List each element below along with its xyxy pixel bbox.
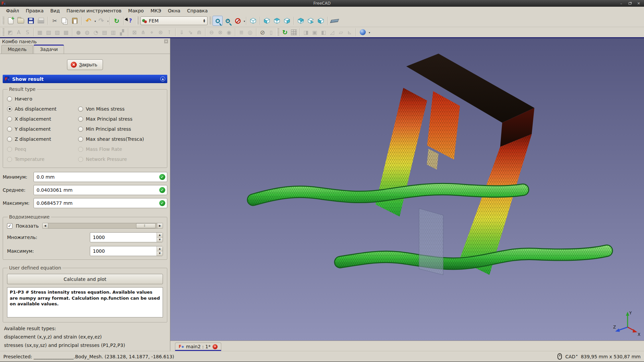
menu-file[interactable]: Файл [3,7,22,14]
displacement-max-spinbox[interactable]: ▲▼ [90,246,163,256]
print-button[interactable] [36,16,46,26]
menu-edit[interactable]: Правка [22,7,47,14]
slider-right-arrow-icon[interactable]: ▶ [157,223,163,228]
toolbar-drag-handle[interactable] [209,17,211,25]
equation-textarea[interactable]: P1-P3 # Stress intensity stress equation… [7,287,163,317]
undo-button[interactable]: ↶▾ [83,16,94,26]
minimum-field[interactable] [34,172,167,182]
document-tab[interactable]: F✱ main2 : 1* ✕ [175,343,221,351]
fem-post-clip-icon[interactable]: ◧ [319,27,328,37]
navigation-style-selector[interactable]: CAD▾ [565,354,577,359]
fem-shell-thickness-icon[interactable]: ▥ [109,27,118,37]
fem-control-solver-icon[interactable]: ◎ [246,27,254,37]
left-view-button[interactable] [316,16,326,26]
radio-max-shear[interactable]: Max shear stress(Tresca) [78,134,144,144]
fem-clip-region-icon[interactable]: ◔ [92,27,100,37]
refresh-results-icon[interactable]: ↻ [281,27,289,37]
restore-icon[interactable] [628,1,632,5]
fem-constraint-force-icon[interactable]: ⊺ [165,27,174,37]
fem-mesh-gmsh-icon[interactable]: ▧ [44,27,53,37]
slider-thumb[interactable] [136,223,156,228]
menu-view[interactable]: Вид [47,7,63,14]
paste-button[interactable] [70,16,80,26]
right-view-button[interactable] [282,16,292,26]
mesh-display-button[interactable] [289,28,298,37]
fem-post-flatten-icon[interactable]: ▱ [337,27,345,37]
cut-button[interactable]: ✂ [50,16,60,26]
3d-viewport[interactable]: Y X Z [170,38,644,341]
minimize-icon[interactable]: – [619,1,623,5]
radio-none[interactable]: Ничего [7,94,78,104]
fem-beam-section-icon[interactable]: ▤ [100,27,109,37]
task-header[interactable]: Fc Show result ▲ [3,75,167,83]
copy-button[interactable] [60,16,70,26]
radio-y-displacement[interactable]: Y displacement [7,124,78,134]
menu-fem[interactable]: МКЭ [147,7,165,14]
slider-left-arrow-icon[interactable]: ◀ [43,223,48,228]
fem-constraint-fixed-icon[interactable]: ⋔ [139,27,148,37]
fem-geo-sphere-icon[interactable]: ● [74,27,83,37]
redo-button[interactable]: ↷▾ [96,16,106,26]
fem-constraint-initialtemp-icon[interactable]: ◉ [225,27,233,37]
factor-spinbox[interactable]: ▲▼ [90,232,163,242]
axonometric-view-button[interactable] [248,16,258,26]
refresh-button[interactable]: ↻ [112,16,122,26]
fem-analysis-icon[interactable]: ◩ [6,27,14,37]
fem-post-cut-icon[interactable]: ⊾ [345,27,354,37]
appearance-button[interactable]: ▾ [358,27,368,37]
fem-solver-icon[interactable]: S [23,27,32,37]
radio-von-mises[interactable]: Von Mises stress [78,104,144,114]
document-close-icon[interactable]: ✕ [213,344,218,349]
collapse-icon[interactable]: ▲ [160,76,165,81]
front-view-button[interactable] [262,16,272,26]
tab-model[interactable]: Модель [1,45,33,54]
float-panel-icon[interactable] [164,40,168,43]
radio-abs-displacement[interactable]: Abs displacement [7,104,78,114]
toolbar-drag-handle[interactable] [2,17,4,25]
fem-result-bar-icon[interactable]: ▯ [267,27,276,37]
spin-arrows-icon[interactable]: ▲▼ [157,233,163,242]
fem-constraint-selfweight-icon[interactable]: ⇘ [186,27,195,37]
slider-track[interactable] [48,223,157,228]
menu-windows[interactable]: Окна [165,7,184,14]
save-button[interactable] [26,16,36,26]
workbench-selector[interactable]: FEM ▲▼ [140,16,208,25]
menu-toolbars[interactable]: Панели инструментов [63,7,125,14]
draw-style-button[interactable]: ▾ [233,16,243,26]
fem-post-warp-icon[interactable]: ◿ [328,27,337,37]
fem-equation-icon[interactable]: ≣ [237,27,246,37]
spin-arrows-icon[interactable]: ▲▼ [157,246,163,256]
fem-post-function-icon[interactable]: ▣ [310,27,319,37]
factor-input[interactable] [90,233,157,242]
menu-macro[interactable]: Макро [125,7,147,14]
toolbar-drag-handle[interactable] [277,28,279,36]
measure-button[interactable] [330,16,340,26]
fem-constraint-lock-icon[interactable]: ⊠ [130,27,139,37]
radio-min-principal[interactable]: Min Principal stress [78,124,144,134]
displacement-slider[interactable]: ◀ ▶ [42,223,163,229]
menu-help[interactable]: Справка [184,7,211,14]
toolbar-drag-handle[interactable] [2,28,4,36]
fem-mesh-group-icon[interactable]: ▩ [62,27,70,37]
radio-x-displacement[interactable]: X displacement [7,114,78,124]
fem-mesh-netgen-icon[interactable]: ▦ [36,27,44,37]
fit-all-button[interactable] [213,16,223,26]
fem-constraint-heatflux-icon[interactable]: ⊗ [216,27,225,37]
new-file-button[interactable] [6,16,16,26]
fem-constraint-pressure-icon[interactable]: ⇓ [177,27,186,37]
close-icon[interactable]: ✕ [637,1,641,5]
maximum-field[interactable] [34,198,167,208]
fem-mesh-region-icon[interactable]: ▨ [53,27,62,37]
fem-beam-rotation-icon[interactable]: ▞ [118,27,126,37]
toolbar-drag-handle[interactable] [137,17,139,25]
radio-z-displacement[interactable]: Z displacement [7,134,78,144]
radio-max-principal[interactable]: Max Principal stress [78,114,144,124]
bottom-view-button[interactable] [306,16,316,26]
top-view-button[interactable] [272,16,282,26]
whats-this-button[interactable]: ? [125,16,135,26]
fem-fluid-section-icon[interactable]: ◍ [83,27,92,37]
close-task-button[interactable]: ✕ Закрыть [67,59,103,70]
show-checkbox[interactable]: ✓ [7,223,12,229]
fem-constraint-bearing-icon[interactable]: ⋒ [195,27,203,37]
rear-view-button[interactable] [296,16,306,26]
